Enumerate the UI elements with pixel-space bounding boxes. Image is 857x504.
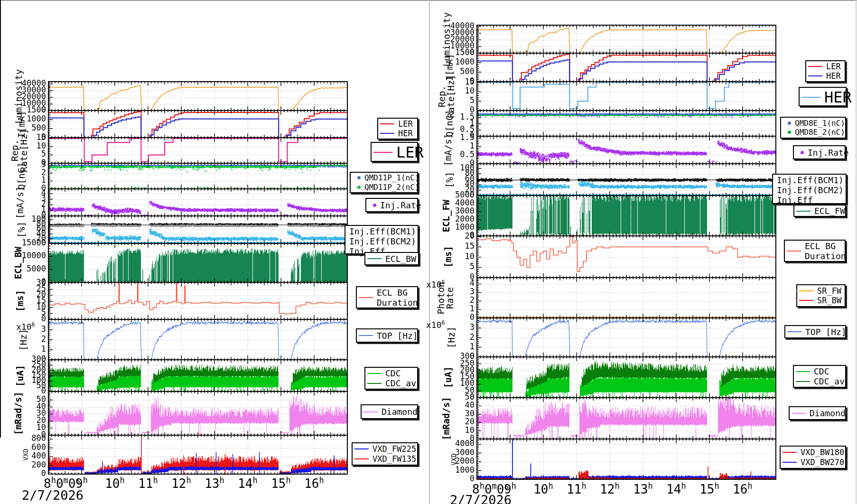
legend-box: QMD8E_1(nC)QMD8E_2(nC) — [780, 117, 846, 139]
ytick-label: 1000 — [455, 466, 475, 475]
legend-item: Inj.Eff(BCM2) — [775, 185, 844, 195]
hour-unit: h — [120, 476, 125, 485]
x-hour-label: 15h — [271, 476, 291, 490]
window-border-2 — [429, 0, 430, 504]
legend-swatch-line — [367, 383, 382, 384]
x-first-unit: m — [64, 476, 68, 485]
legend-item-label: CDC_av — [814, 376, 845, 386]
axis-scale-label: x106 — [426, 320, 445, 330]
legend-item: CDC — [367, 368, 415, 378]
legend-item: LER — [808, 62, 843, 71]
legend-item-label: Inj.Eff(BCM2) — [777, 185, 844, 195]
hour-num: 11 — [138, 476, 153, 491]
legend-item-label: HER — [826, 71, 841, 81]
ytick-label: 1 — [470, 343, 475, 351]
legend-box: CDCCDC_av — [793, 365, 846, 388]
ytick-label: 15 — [465, 242, 475, 251]
window-border-0 — [0, 0, 857, 1]
axis-title-top: [Hz] — [447, 327, 456, 348]
legend-item: CDC_av — [367, 378, 415, 388]
legend-item: Inj.Rate — [368, 200, 415, 210]
legend-item-label: ECL BG Duration — [377, 288, 418, 308]
hour-num: 11 — [567, 482, 581, 496]
legend-item-label: VXD_BW270 — [801, 457, 844, 467]
legend-item: QMD11P_1(nC) — [353, 173, 415, 182]
x-first-unit: m — [492, 481, 497, 491]
hour-unit: h — [220, 476, 224, 485]
legend-swatch-dot — [788, 121, 791, 125]
legend-swatch-line — [380, 123, 394, 124]
legend-item: SR_FW — [799, 286, 843, 296]
hour-unit: h — [83, 476, 88, 485]
legend-box: LERHER — [377, 118, 418, 140]
ytick-label: 2 — [41, 335, 46, 344]
axis-title-charge: Q[nC] — [17, 162, 27, 189]
legend-item-label: Diamond — [382, 407, 418, 417]
x-hour-label: 14h — [238, 476, 258, 490]
legend-item-label: Diamond — [810, 408, 846, 418]
axis-title-cdc: [uA] — [444, 366, 453, 388]
legend-item-label: LER — [826, 62, 841, 71]
legend-box: ECL BG Duration — [356, 286, 418, 308]
legend-item-label: LER — [398, 119, 413, 129]
legend-swatch-line — [363, 411, 378, 412]
legend-item-label: SR_BW — [817, 296, 841, 305]
hour-num: 10 — [533, 482, 548, 496]
x-hour-label: 12h — [171, 476, 191, 490]
legend-item: CDC_av — [796, 376, 843, 386]
legend-swatch-line — [787, 331, 801, 332]
hour-unit: h — [582, 481, 587, 491]
legend-item: QMD8E_1(nC) — [783, 119, 843, 128]
hour-unit: h — [648, 481, 653, 491]
legend-item-label: QMD11P_2(nC) — [364, 183, 419, 192]
axis-title-ecl-fw: ECL_FW — [442, 199, 451, 232]
legend-item-label: HER — [398, 129, 413, 138]
legend-item: Inj.Eff(BCM1) — [347, 226, 416, 236]
legend-item-label: Inj.Eff — [777, 195, 813, 205]
ytick-label: 4000 — [455, 439, 475, 448]
legend-item-label: QMD8E_2(nC) — [795, 128, 845, 137]
legend-swatch-line — [808, 66, 822, 67]
legend-swatch-line — [367, 373, 382, 374]
hour-unit: h — [512, 481, 516, 491]
legend-item-label: CDC — [385, 368, 401, 378]
legend-item: TOP [Hz] — [359, 331, 415, 341]
ytick-label: 0 — [41, 315, 46, 323]
date-label: 2/7/2026 — [450, 494, 512, 504]
hour-unit: h — [681, 481, 686, 491]
ytick-label: 15 — [465, 78, 475, 86]
legend-item-label: VXD_FW225 — [373, 444, 416, 454]
legend-item: HER — [808, 71, 843, 81]
legend-box: SR_FWSR_BW — [796, 284, 846, 307]
axis-title-photon-rate: Rate — [446, 287, 455, 309]
axis-scale-label: x106 — [16, 322, 35, 332]
ytick-label: 400 — [31, 452, 46, 460]
legend-swatch-line — [787, 251, 801, 252]
legend-item-label: TOP [Hz] — [377, 331, 418, 341]
hour-unit: h — [319, 476, 324, 485]
legend-box: HER — [799, 87, 847, 106]
window-border-1 — [0, 0, 1, 438]
ytick-label: 5 — [470, 263, 475, 271]
legend-item-label: Inj.Rate — [380, 200, 421, 210]
ytick-label: 3 — [470, 323, 475, 332]
legend-item: Inj.Eff(BCM1) — [775, 175, 844, 185]
legend-item: HER — [801, 88, 844, 106]
ytick-label: 5 — [470, 96, 475, 105]
legend-swatch-dot — [801, 151, 804, 154]
legend-box: ECL BG Duration — [784, 240, 846, 262]
axis-title-inj-rate: [mA/s] — [16, 186, 25, 219]
axis-title-diamond: [mRad/s] — [14, 392, 23, 435]
scale-base: x10 — [16, 322, 32, 332]
ytick-label: 10000 — [22, 252, 46, 261]
axis-title-inj-rate: [mA/s] — [444, 134, 453, 167]
legend-item: SR_BW — [799, 296, 843, 305]
legend-box: Diamond — [789, 406, 846, 420]
ytick-label: 1000 — [455, 58, 475, 66]
legend-swatch-line — [354, 448, 369, 449]
legend-box: Inj.Rate — [793, 145, 846, 159]
ytick-label: 1 — [41, 345, 46, 354]
beam-background-monitor-screen: 400003000020000100000Luminosity150010005… — [0, 0, 857, 504]
x-hour-label: 10h — [105, 476, 125, 490]
hour-unit: h — [715, 481, 719, 491]
